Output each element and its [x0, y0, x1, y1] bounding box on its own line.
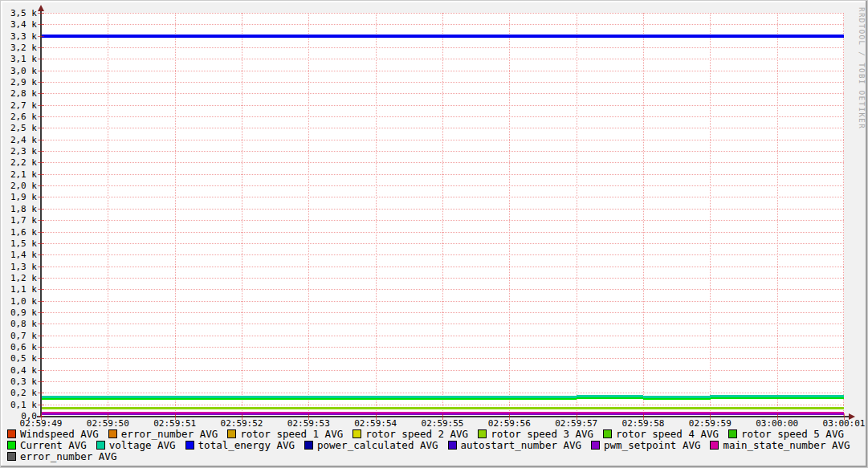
y-axis-tick	[38, 347, 44, 348]
series-segment	[242, 412, 309, 413]
series-segment	[108, 407, 175, 409]
legend-label: power_calculated AVG	[317, 440, 438, 450]
series-segment	[308, 35, 376, 38]
y-axis-tick	[38, 405, 44, 405]
y-tick-label: 3,3 k	[1, 32, 37, 41]
x-axis-tick	[844, 413, 845, 420]
legend-swatch	[728, 429, 737, 438]
y-axis-tick	[38, 336, 44, 336]
series-segment	[643, 407, 711, 409]
series-segment	[41, 35, 108, 38]
series-segment	[242, 396, 309, 398]
legend-label: rotor speed 2 AVG	[365, 429, 468, 439]
y-axis-tick	[38, 232, 44, 233]
legend-swatch	[96, 441, 105, 450]
series-segment	[308, 396, 376, 398]
legend-item: power_calculated AVG	[304, 440, 438, 450]
x-tick-label: 02:59:59	[689, 419, 731, 428]
y-axis-tick	[38, 254, 44, 255]
y-axis-tick	[38, 47, 44, 48]
legend-label: pwm_setpoint AVG	[604, 440, 700, 450]
watermark: RRDTOOL / TOBI OETIKER	[858, 7, 866, 129]
series-segment	[442, 35, 510, 38]
series-segment	[577, 35, 644, 38]
legend-label: total_energy AVG	[198, 440, 295, 450]
y-axis-tick	[38, 324, 44, 324]
series-segment	[376, 396, 443, 398]
gridline-vertical	[710, 13, 711, 416]
legend-item: pwm_setpoint AVG	[591, 440, 700, 450]
series-segment	[577, 407, 644, 409]
x-tick-label: 02:59:49	[20, 419, 63, 428]
y-tick-label: 3,1 k	[1, 55, 37, 63]
legend-item: voltage AVG	[96, 440, 176, 450]
bevel-right	[866, 1, 867, 467]
legend-item: rotor speed 3 AVG	[478, 429, 593, 439]
y-axis-tick	[38, 151, 44, 152]
gridline-vertical	[175, 13, 176, 416]
bevel-bottom	[1, 466, 867, 467]
y-axis-tick	[38, 358, 44, 359]
series-segment	[643, 396, 711, 398]
x-tick-label: 02:59:55	[422, 419, 464, 428]
y-axis-tick	[38, 71, 44, 71]
legend-item: error_number AVG	[7, 451, 116, 462]
y-tick-label: 1,5 k	[1, 239, 37, 248]
y-tick-label: 0,9 k	[1, 308, 37, 317]
x-tick-label: 02:59:50	[87, 419, 129, 428]
y-tick-label: 0,5 k	[1, 354, 37, 363]
x-axis-tick	[41, 413, 42, 420]
y-axis-tick	[38, 267, 44, 267]
x-axis-tick	[442, 413, 443, 420]
series-segment	[777, 407, 844, 409]
y-axis-tick	[38, 289, 44, 290]
y-tick-label: 3,5 k	[1, 9, 37, 18]
x-tick-label: 03:00:00	[756, 419, 798, 428]
y-axis-tick	[38, 24, 44, 25]
plot-area	[41, 13, 844, 416]
y-tick-label: 1,0 k	[1, 297, 37, 306]
y-tick-label: 3,4 k	[1, 20, 37, 29]
series-segment	[242, 35, 309, 38]
legend-label: rotor speed 3 AVG	[491, 429, 593, 439]
legend-item: total_energy AVG	[185, 440, 295, 450]
series-segment	[242, 407, 309, 409]
x-tick-label: 02:59:53	[287, 419, 330, 428]
series-segment	[175, 35, 242, 38]
y-axis-tick	[38, 128, 44, 128]
y-axis-arrow-icon	[38, 5, 44, 11]
x-axis-tick	[242, 413, 242, 420]
legend-label: Current AVG	[20, 440, 87, 450]
legend-label: rotor speed 4 AVG	[616, 429, 719, 439]
y-tick-label: 2,0 k	[1, 181, 37, 190]
x-tick-label: 02:59:51	[153, 419, 196, 428]
x-tick-label: 02:59:58	[622, 419, 665, 428]
rrd-graph-frame: 3,5 k3,4 k3,3 k3,2 k3,1 k3,0 k2,9 k2,8 k…	[0, 0, 868, 468]
y-tick-label: 1,7 k	[1, 216, 37, 225]
series-segment	[41, 407, 108, 409]
y-axis-tick	[38, 393, 44, 393]
legend-label: autostart_number AVG	[461, 440, 582, 450]
x-axis-tick	[509, 413, 510, 420]
series-segment	[643, 412, 711, 413]
legend-item: autostart_number AVG	[448, 440, 582, 450]
y-tick-label: 2,3 k	[1, 147, 37, 156]
x-tick-label: 02:59:52	[221, 419, 263, 428]
y-tick-label: 0,7 k	[1, 332, 37, 340]
x-axis-tick	[175, 413, 176, 420]
series-segment	[777, 35, 844, 38]
series-segment	[108, 412, 175, 413]
y-axis-tick	[38, 209, 44, 210]
legend-item: rotor speed 4 AVG	[603, 429, 719, 439]
series-segment	[108, 35, 175, 38]
legend-swatch	[591, 441, 600, 450]
y-tick-label: 0,2 k	[1, 389, 37, 397]
legend-row: error_number AVG	[7, 451, 116, 462]
series-segment	[777, 395, 844, 397]
x-axis-tick	[108, 413, 108, 420]
x-tick-label: 02:59:57	[555, 419, 597, 428]
legend-row: Windspeed AVGerror_number AVGrotor speed…	[7, 429, 844, 439]
legend-swatch	[478, 429, 487, 438]
series-segment	[376, 35, 443, 38]
legend-label: error_number AVG	[121, 429, 218, 439]
